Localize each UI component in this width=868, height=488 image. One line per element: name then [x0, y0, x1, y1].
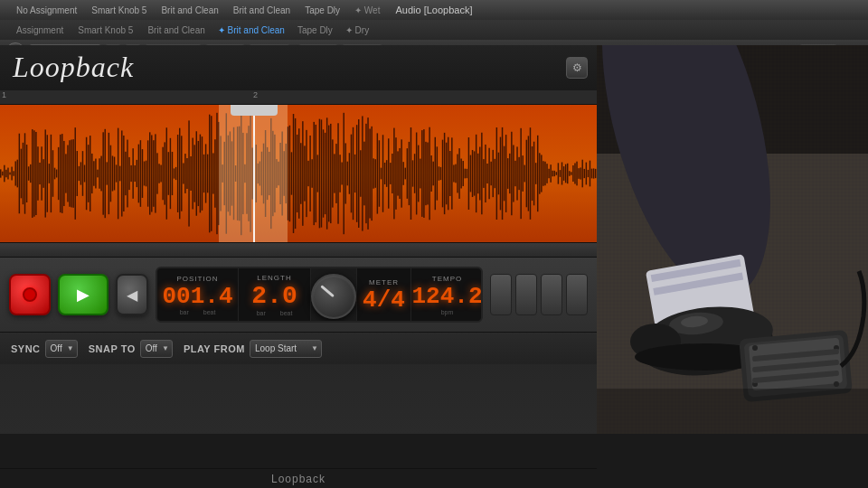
length-value: 2.0	[251, 284, 297, 309]
menu-row2-item6: ✦ Dry	[340, 25, 374, 35]
menu-brit-clean-1: Brit and Clean	[154, 5, 225, 15]
menu-wet: ✦ Wet	[347, 5, 387, 15]
svg-rect-26	[597, 389, 868, 434]
playhead	[253, 105, 255, 242]
small-btn-2[interactable]	[515, 274, 537, 315]
sync-group: SYNC Off ▼	[11, 340, 78, 358]
footer-text: Loopback	[271, 473, 326, 485]
play-button[interactable]: ▶	[58, 274, 108, 315]
meter-value: 4/4	[363, 288, 405, 312]
play-from-dropdown-arrow: ▼	[311, 344, 318, 352]
record-dot	[23, 287, 37, 302]
stop-button[interactable]: ◀	[116, 274, 148, 315]
snap-to-dropdown-arrow: ▼	[162, 344, 169, 352]
menu-row2-item1: Assignment	[9, 25, 71, 35]
tempo-label: TEMPO	[432, 275, 462, 283]
sync-dropdown-arrow: ▼	[67, 344, 74, 352]
play-from-value: Loop Start	[255, 343, 297, 353]
title-bar: Audio [Loopback] No Assignment Smart Kno…	[0, 0, 868, 20]
led-display: POSITION 001.4 bar beat LENGTH 2.0 bar b…	[156, 267, 483, 323]
sync-value: Off	[51, 343, 62, 353]
track-bottom	[0, 242, 597, 258]
waveform-track[interactable]	[0, 105, 597, 242]
menu-smart-knob-1: Smart Knob 5	[84, 5, 154, 15]
menu-row-2: Assignment Smart Knob 5 Brit and Clean ✦…	[0, 20, 868, 40]
playhead-top	[231, 105, 278, 116]
waveform-canvas[interactable]	[0, 105, 597, 242]
menu-no-assignment: No Assignment	[9, 5, 84, 15]
length-label: LENGTH	[257, 274, 291, 282]
sync-dropdown[interactable]: Off ▼	[45, 340, 78, 358]
svg-text:Loopback: Loopback	[12, 51, 134, 82]
svg-point-22	[834, 381, 839, 387]
menu-row2-item5: Tape Dly	[290, 25, 340, 35]
snap-to-value: Off	[146, 343, 157, 353]
length-section: LENGTH 2.0 bar beat	[239, 268, 311, 321]
gear-icon: ⚙	[572, 61, 582, 74]
tempo-unit: bpm	[441, 309, 454, 315]
meter-section: METER 4/4	[357, 268, 411, 321]
position-label: POSITION	[176, 275, 218, 283]
menu-tape-dly: Tape Dly	[297, 5, 347, 15]
plugin-area: Loopback ⚙ 1 2	[0, 45, 597, 434]
tempo-value: 124.2	[412, 285, 483, 308]
menu-row2-item3: Brit and Clean	[140, 25, 212, 35]
menu-row2-item2: Smart Knob 5	[71, 25, 140, 35]
snap-to-dropdown[interactable]: Off ▼	[140, 340, 173, 358]
svg-point-19	[752, 345, 758, 351]
tempo-section: TEMPO 124.2 bpm	[411, 268, 483, 321]
snap-to-group: SNAP TO Off ▼	[89, 340, 173, 358]
loop-knob[interactable]	[311, 274, 356, 319]
play-from-dropdown[interactable]: Loop Start ▼	[250, 340, 322, 358]
position-beat-label: beat	[203, 309, 216, 315]
window-title: Audio [Loopback]	[395, 5, 472, 15]
settings-button[interactable]: ⚙	[566, 57, 588, 79]
ruler-mark-2: 2	[253, 90, 258, 99]
bottom-controls: SYNC Off ▼ SNAP TO Off ▼ PLAY FROM Loop …	[0, 332, 597, 364]
play-icon: ▶	[77, 285, 90, 305]
position-value: 001.4	[163, 285, 233, 308]
small-btn-3[interactable]	[541, 274, 562, 315]
position-section: POSITION 001.4 bar beat	[157, 268, 239, 321]
sync-label: SYNC	[11, 343, 41, 354]
length-bar-label: bar	[257, 310, 266, 316]
meter-label: METER	[369, 278, 399, 286]
transport-area: ▶ ◀ POSITION 001.4 bar beat LENGTH	[0, 258, 597, 332]
snap-to-label: SNAP TO	[89, 343, 136, 354]
photo-content	[597, 45, 868, 434]
length-beat-label: beat	[280, 310, 293, 316]
knob-indicator	[320, 285, 335, 297]
record-button[interactable]	[9, 274, 51, 315]
right-buttons	[490, 274, 588, 315]
stop-icon: ◀	[127, 286, 137, 304]
menu-row2-item4: ✦ Brit and Clean	[212, 25, 290, 35]
play-from-group: PLAY FROM Loop Start ▼	[184, 340, 322, 358]
loopback-logo: Loopback	[11, 48, 174, 89]
photo-panel	[597, 45, 868, 434]
footer: Loopback	[0, 468, 597, 488]
play-from-label: PLAY FROM	[184, 343, 245, 354]
menu-brit-clean-2: Brit and Clean	[226, 5, 297, 15]
ruler-mark-1: 1	[2, 90, 6, 99]
waveform-container[interactable]: 1 2	[0, 90, 597, 258]
position-bar-label: bar	[180, 309, 189, 315]
small-btn-4[interactable]	[566, 274, 588, 315]
knob-container	[311, 268, 357, 323]
plugin-header: Loopback ⚙	[0, 45, 597, 90]
small-btn-1[interactable]	[490, 274, 512, 315]
photo-svg	[597, 45, 868, 434]
timeline-ruler: 1 2	[0, 90, 597, 105]
